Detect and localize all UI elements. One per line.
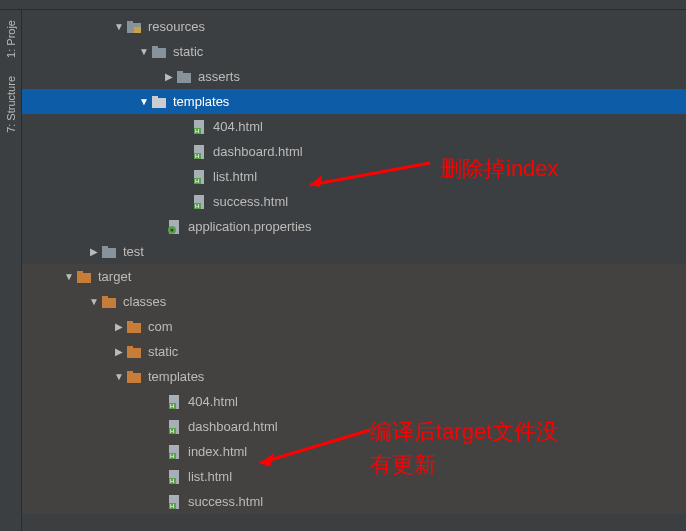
tab-structure-label: 7: Structure: [5, 76, 17, 133]
toolbar-stub: [0, 0, 686, 10]
svg-rect-27: [77, 271, 83, 274]
html-file-icon: H: [166, 469, 182, 485]
tab-project-label: 1: Proje: [5, 20, 17, 58]
tree-label: success.html: [188, 494, 263, 509]
tree-label: static: [148, 344, 178, 359]
tree-folder-com[interactable]: ▶ com: [22, 314, 686, 339]
svg-rect-8: [152, 96, 158, 99]
tree-label: static: [173, 44, 203, 59]
tree-file-html[interactable]: ▶ H index.html: [22, 439, 686, 464]
svg-point-23: [171, 228, 174, 231]
tree-label: list.html: [188, 469, 232, 484]
tree-label: list.html: [213, 169, 257, 184]
tree-file-html[interactable]: ▶ H success.html: [22, 489, 686, 514]
svg-rect-7: [152, 98, 166, 108]
svg-rect-6: [177, 71, 183, 74]
tree-folder-templates-target[interactable]: ▼ templates: [22, 364, 686, 389]
svg-rect-3: [152, 48, 166, 58]
tree-folder-asserts[interactable]: ▶ asserts: [22, 64, 686, 89]
chevron-down-icon[interactable]: ▼: [62, 271, 76, 282]
svg-rect-34: [127, 373, 141, 383]
svg-text:H: H: [170, 453, 174, 459]
svg-rect-2: [134, 27, 141, 33]
svg-text:H: H: [195, 153, 199, 159]
svg-rect-30: [127, 323, 141, 333]
svg-rect-24: [102, 248, 116, 258]
tree-file-html[interactable]: ▶ H dashboard.html: [22, 414, 686, 439]
svg-text:H: H: [170, 428, 174, 434]
svg-rect-29: [102, 296, 108, 299]
tree-label: templates: [173, 94, 229, 109]
tree-file-properties[interactable]: ▶ application.properties: [22, 214, 686, 239]
folder-excluded-icon: [126, 319, 142, 335]
tree-file-html[interactable]: ▶ H list.html: [22, 164, 686, 189]
tree-label: asserts: [198, 69, 240, 84]
chevron-right-icon[interactable]: ▶: [87, 246, 101, 257]
tab-project[interactable]: 1: Proje: [3, 14, 19, 64]
tree-label: success.html: [213, 194, 288, 209]
svg-rect-35: [127, 371, 133, 374]
svg-rect-33: [127, 346, 133, 349]
tree-folder-templates[interactable]: ▼ templates: [22, 89, 686, 114]
folder-excluded-icon: [76, 269, 92, 285]
svg-rect-5: [177, 73, 191, 83]
folder-resources-icon: [126, 19, 142, 35]
html-file-icon: H: [191, 194, 207, 210]
tree-label: dashboard.html: [188, 419, 278, 434]
svg-rect-32: [127, 348, 141, 358]
tree-folder-target[interactable]: ▼ target: [22, 264, 686, 289]
tree-folder-test[interactable]: ▶ test: [22, 239, 686, 264]
tree-label: dashboard.html: [213, 144, 303, 159]
svg-rect-26: [77, 273, 91, 283]
tree-label: test: [123, 244, 144, 259]
folder-icon: [176, 69, 192, 85]
tree-file-html[interactable]: ▶ H dashboard.html: [22, 139, 686, 164]
chevron-down-icon[interactable]: ▼: [87, 296, 101, 307]
project-tree[interactable]: ▼ resources ▼ static ▶ asserts: [22, 10, 686, 531]
tree-label: index.html: [188, 444, 247, 459]
tree-file-html[interactable]: ▶ H 404.html: [22, 114, 686, 139]
folder-icon: [151, 94, 167, 110]
tree-label: classes: [123, 294, 166, 309]
svg-text:H: H: [195, 203, 199, 209]
target-section: ▼ target ▼ classes ▶ com ▶ static ▼ tem: [22, 264, 686, 514]
html-file-icon: H: [166, 419, 182, 435]
tree-folder-resources[interactable]: ▼ resources: [22, 14, 686, 39]
tree-file-html[interactable]: ▶ H success.html: [22, 189, 686, 214]
tree-file-html[interactable]: ▶ H list.html: [22, 464, 686, 489]
tree-label: 404.html: [188, 394, 238, 409]
svg-text:H: H: [170, 503, 174, 509]
tree-label: application.properties: [188, 219, 312, 234]
html-file-icon: H: [191, 169, 207, 185]
chevron-right-icon[interactable]: ▶: [112, 346, 126, 357]
svg-text:H: H: [170, 478, 174, 484]
chevron-down-icon[interactable]: ▼: [137, 46, 151, 57]
chevron-down-icon[interactable]: ▼: [137, 96, 151, 107]
folder-excluded-icon: [126, 369, 142, 385]
chevron-right-icon[interactable]: ▶: [162, 71, 176, 82]
tree-folder-static-target[interactable]: ▶ static: [22, 339, 686, 364]
folder-excluded-icon: [126, 344, 142, 360]
tree-folder-classes[interactable]: ▼ classes: [22, 289, 686, 314]
tree-label: templates: [148, 369, 204, 384]
tree-label: resources: [148, 19, 205, 34]
chevron-right-icon[interactable]: ▶: [112, 321, 126, 332]
folder-excluded-icon: [101, 294, 117, 310]
chevron-down-icon[interactable]: ▼: [112, 371, 126, 382]
html-file-icon: H: [166, 494, 182, 510]
svg-text:H: H: [195, 128, 199, 134]
tree-file-html[interactable]: ▶ H 404.html: [22, 389, 686, 414]
tree-label: com: [148, 319, 173, 334]
tree-folder-static[interactable]: ▼ static: [22, 39, 686, 64]
tab-structure[interactable]: 7: Structure: [3, 70, 19, 139]
html-file-icon: H: [166, 444, 182, 460]
folder-icon: [101, 244, 117, 260]
svg-rect-31: [127, 321, 133, 324]
chevron-down-icon[interactable]: ▼: [112, 21, 126, 32]
svg-rect-28: [102, 298, 116, 308]
html-file-icon: H: [191, 119, 207, 135]
side-tabs: 1: Proje 7: Structure: [0, 10, 22, 531]
svg-text:H: H: [195, 178, 199, 184]
svg-rect-25: [102, 246, 108, 249]
folder-icon: [151, 44, 167, 60]
